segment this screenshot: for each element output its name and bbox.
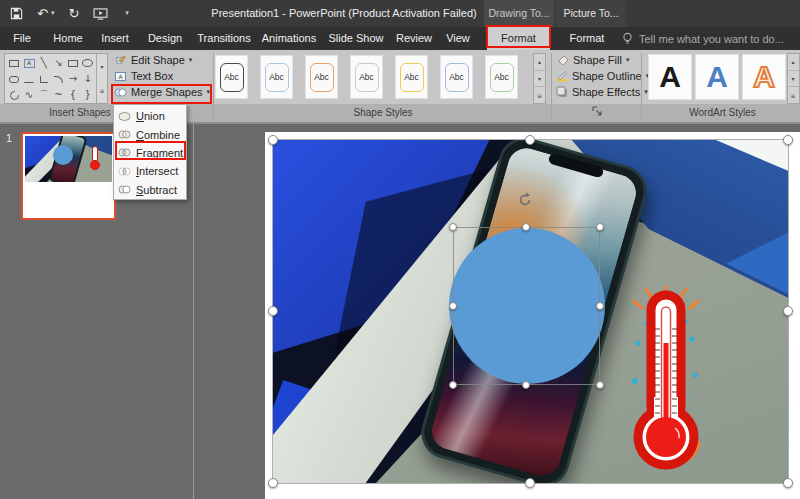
thermometer-clipart bbox=[622, 285, 710, 475]
title-bar: ↶ ▾ ↻ ▾ Presentation1 - PowerPoint (Prod… bbox=[0, 0, 800, 27]
edit-shape-button[interactable]: Edit Shape ▾ bbox=[114, 52, 212, 68]
shape-outline-icon bbox=[556, 70, 568, 82]
shape-rectangle-icon[interactable] bbox=[7, 55, 22, 71]
menu-item-intersect[interactable]: Intersect bbox=[114, 162, 186, 180]
picture-handle-bottom-left[interactable] bbox=[268, 478, 278, 488]
shape-arc-icon[interactable]: ⌒ bbox=[36, 87, 51, 103]
shape-handle-bottom-left[interactable] bbox=[449, 381, 457, 389]
shape-gallery-down-icon[interactable]: ▾ bbox=[100, 63, 103, 70]
gallery-more-icon[interactable]: ≡ bbox=[534, 87, 545, 103]
shape-handle-top-left[interactable] bbox=[449, 223, 457, 231]
menu-item-label: Combine bbox=[136, 129, 180, 141]
shape-curved-connector-icon[interactable] bbox=[51, 71, 66, 87]
picture-handle-top-left[interactable] bbox=[268, 135, 278, 145]
fragment-icon bbox=[118, 147, 131, 158]
shape-style-tile[interactable]: Abc bbox=[395, 55, 428, 99]
picture-handle-bottom-right[interactable] bbox=[783, 478, 793, 488]
shape-handle-top-middle[interactable] bbox=[522, 223, 530, 231]
shape-scribble-icon[interactable]: ∿ bbox=[22, 87, 37, 103]
shape-line-icon[interactable]: ╲ bbox=[36, 55, 51, 71]
picture-handle-top-middle[interactable] bbox=[525, 135, 535, 145]
shape-handle-bottom-middle[interactable] bbox=[522, 381, 530, 389]
shape-insert-commands: Edit Shape ▾ A Text Box Merge Shapes ▾ bbox=[114, 52, 212, 100]
rotate-handle[interactable] bbox=[517, 192, 533, 208]
merge-shapes-button[interactable]: Merge Shapes ▾ bbox=[114, 84, 212, 100]
shape-gallery-scroll[interactable]: ▾ ≡ bbox=[96, 54, 107, 103]
save-button[interactable] bbox=[10, 7, 23, 20]
picture-handle-top-right[interactable] bbox=[783, 135, 793, 145]
shape-selection-box bbox=[453, 227, 600, 385]
shape-styles-scrollbar[interactable]: ▴ ▾ ≡ bbox=[533, 53, 546, 104]
shape-handle-middle-right[interactable] bbox=[596, 302, 604, 310]
customize-qat-button[interactable]: ▾ bbox=[122, 10, 129, 17]
wordart-scrollbar[interactable]: ▴ ▾ ≡ bbox=[787, 53, 800, 104]
shape-arrow-line-icon[interactable]: ↘ bbox=[51, 55, 66, 71]
shape-down-arrow-icon[interactable]: ↓ bbox=[80, 71, 95, 87]
picture-handle-middle-left[interactable] bbox=[268, 306, 278, 316]
shape-handle-top-right[interactable] bbox=[596, 223, 604, 231]
shape-rounded-rectangle-icon[interactable] bbox=[7, 71, 22, 87]
tab-file[interactable]: File bbox=[0, 27, 44, 50]
undo-caret-icon[interactable]: ▾ bbox=[51, 10, 55, 17]
shape-outline-button[interactable]: Shape Outline ▾ bbox=[556, 68, 640, 84]
shape-curve-icon[interactable]: ~ bbox=[51, 87, 66, 103]
start-slideshow-button[interactable] bbox=[93, 8, 108, 20]
shape-handle-middle-left[interactable] bbox=[449, 302, 457, 310]
tab-animations[interactable]: Animations bbox=[256, 27, 322, 50]
shape-gallery-more-icon[interactable]: ≡ bbox=[99, 87, 104, 94]
shape-pie-icon[interactable] bbox=[7, 87, 22, 103]
tab-format-picture-tools[interactable]: Format bbox=[556, 27, 618, 50]
tab-review[interactable]: Review bbox=[390, 27, 438, 50]
shape-handle-bottom-right[interactable] bbox=[596, 381, 604, 389]
tab-format-drawing-tools[interactable]: Format bbox=[487, 27, 550, 50]
wordart-style-tile[interactable]: A bbox=[695, 54, 739, 100]
shape-style-tile[interactable]: Abc bbox=[260, 55, 293, 99]
shape-triangle-icon[interactable] bbox=[22, 71, 37, 87]
picture-handle-bottom-middle[interactable] bbox=[525, 478, 535, 488]
shape-right-brace-icon[interactable]: } bbox=[80, 87, 95, 103]
shape-style-tile[interactable]: Abc bbox=[350, 55, 383, 99]
shape-fill-button[interactable]: Shape Fill ▾ bbox=[556, 52, 640, 68]
shape-style-tile[interactable]: Abc bbox=[305, 55, 338, 99]
powerpoint-window: ↶ ▾ ↻ ▾ Presentation1 - PowerPoint (Prod… bbox=[0, 0, 800, 499]
shape-style-tile[interactable]: Abc bbox=[440, 55, 473, 99]
tab-view[interactable]: View bbox=[438, 27, 478, 50]
menu-item-subtract[interactable]: Subtract bbox=[114, 181, 186, 199]
shape-textbox-icon[interactable]: A bbox=[22, 55, 37, 71]
menu-item-combine[interactable]: Combine bbox=[114, 125, 186, 143]
tab-insert[interactable]: Insert bbox=[92, 27, 138, 50]
panel-divider[interactable] bbox=[193, 124, 194, 499]
wordart-style-tile[interactable]: A bbox=[742, 54, 786, 100]
scroll-up-icon[interactable]: ▴ bbox=[788, 54, 799, 71]
shape-style-tile[interactable]: Abc bbox=[485, 55, 518, 99]
tab-transitions[interactable]: Transitions bbox=[192, 27, 256, 50]
scroll-down-icon[interactable]: ▾ bbox=[534, 71, 545, 88]
menu-item-fragment[interactable]: Fragment bbox=[114, 144, 186, 162]
menu-item-union[interactable]: Union bbox=[114, 107, 186, 125]
tab-design[interactable]: Design bbox=[138, 27, 192, 50]
slideshow-icon bbox=[93, 8, 108, 20]
shape-styles-dialog-launcher[interactable] bbox=[592, 106, 603, 117]
shape-rectangle2-icon[interactable] bbox=[66, 55, 81, 71]
slide-thumbnail-1[interactable] bbox=[21, 132, 116, 220]
picture-handle-middle-right[interactable] bbox=[783, 306, 793, 316]
menu-item-label: Union bbox=[136, 110, 165, 122]
wordart-style-tile[interactable]: A bbox=[648, 54, 692, 100]
shape-effects-button[interactable]: Shape Effects ▾ bbox=[556, 84, 640, 100]
scroll-down-icon[interactable]: ▾ bbox=[788, 71, 799, 88]
shape-oval-icon[interactable] bbox=[80, 55, 95, 71]
shape-elbow-connector-icon[interactable] bbox=[36, 71, 51, 87]
gallery-more-icon[interactable]: ≡ bbox=[788, 87, 799, 103]
shape-style-tile[interactable]: Abc bbox=[215, 55, 248, 99]
contextual-tab-picture-tools[interactable]: Picture To... bbox=[556, 0, 626, 27]
text-box-button[interactable]: A Text Box bbox=[114, 68, 212, 84]
undo-button[interactable]: ↶ ▾ bbox=[37, 7, 54, 20]
tab-slide-show[interactable]: Slide Show bbox=[322, 27, 390, 50]
contextual-tab-drawing-tools[interactable]: Drawing To... bbox=[484, 0, 554, 27]
shape-left-brace-icon[interactable]: { bbox=[66, 87, 81, 103]
tell-me-box[interactable]: Tell me what you want to do... bbox=[622, 27, 784, 50]
redo-button[interactable]: ↻ bbox=[68, 7, 79, 20]
scroll-up-icon[interactable]: ▴ bbox=[534, 54, 545, 71]
shape-right-arrow-icon[interactable]: → bbox=[66, 71, 81, 87]
tab-home[interactable]: Home bbox=[44, 27, 92, 50]
